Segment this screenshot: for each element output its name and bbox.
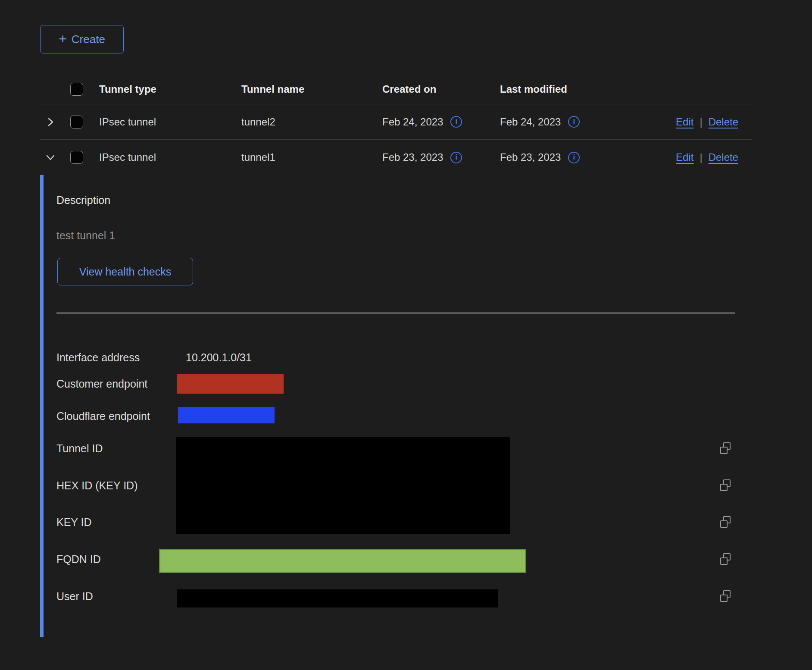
delete-link[interactable]: Delete — [709, 116, 738, 128]
info-icon[interactable]: i — [450, 116, 462, 128]
tunnel-type-value: IPsec tunnel — [99, 116, 241, 128]
fqdn-id-redacted-value — [159, 549, 526, 573]
tunnel-type-value: IPsec tunnel — [99, 151, 241, 163]
action-separator: | — [700, 151, 702, 163]
fqdn-id-label: FQDN ID — [56, 553, 101, 566]
chevron-right-icon[interactable] — [44, 116, 56, 128]
description-value: test tunnel 1 — [56, 229, 115, 242]
ids-redacted-value — [176, 437, 510, 534]
user-id-label: User ID — [56, 590, 93, 603]
copy-icon[interactable] — [719, 442, 732, 455]
tunnel-id-label: Tunnel ID — [56, 442, 103, 455]
last-modified-value: Feb 23, 2023 — [500, 151, 561, 163]
view-health-checks-button[interactable]: View health checks — [57, 258, 193, 285]
edit-link[interactable]: Edit — [676, 116, 693, 128]
hex-id-label: HEX ID (KEY ID) — [56, 479, 137, 492]
info-icon[interactable]: i — [568, 152, 580, 163]
copy-icon[interactable] — [719, 553, 732, 566]
header-tunnel-type: Tunnel type — [99, 83, 241, 96]
last-modified-value: Feb 24, 2023 — [500, 116, 561, 128]
header-tunnel-name: Tunnel name — [241, 83, 382, 96]
description-label: Description — [56, 194, 110, 207]
info-icon[interactable]: i — [450, 152, 462, 163]
row-checkbox[interactable] — [70, 151, 83, 164]
chevron-down-icon[interactable] — [44, 151, 56, 163]
copy-icon[interactable] — [719, 479, 732, 492]
interface-address-value: 10.200.1.0/31 — [186, 351, 252, 364]
ipsec-tunnels-page: + Create Tunnel type Tunnel name Created… — [0, 0, 812, 670]
cloudflare-endpoint-redacted-value — [178, 407, 275, 423]
select-all-checkbox[interactable] — [70, 83, 83, 96]
create-button-label: Create — [72, 33, 105, 46]
table-row-tunnel1: IPsec tunnel tunnel1 Feb 23, 2023 i Feb … — [40, 140, 752, 175]
created-on-value: Feb 23, 2023 — [382, 151, 443, 163]
interface-address-label: Interface address — [56, 351, 140, 364]
edit-link[interactable]: Edit — [676, 151, 693, 163]
copy-icon[interactable] — [719, 590, 732, 603]
tunnel-name-value: tunnel2 — [241, 116, 382, 128]
user-id-redacted-value — [177, 589, 498, 607]
row-checkbox[interactable] — [70, 116, 83, 128]
customer-endpoint-label: Customer endpoint — [56, 377, 147, 390]
table-header-row: Tunnel type Tunnel name Created on Last … — [40, 83, 752, 104]
delete-link[interactable]: Delete — [709, 151, 738, 163]
header-created-on: Created on — [382, 83, 500, 96]
key-id-label: KEY ID — [56, 516, 92, 529]
expanded-tunnel-details-panel: Description test tunnel 1 View health ch… — [40, 175, 752, 637]
action-separator: | — [700, 116, 702, 128]
created-on-value: Feb 24, 2023 — [382, 116, 443, 128]
info-icon[interactable]: i — [568, 116, 580, 128]
copy-icon[interactable] — [719, 516, 732, 529]
tunnel-name-value: tunnel1 — [241, 151, 382, 163]
cloudflare-endpoint-label: Cloudflare endpoint — [56, 410, 150, 423]
plus-icon: + — [59, 32, 67, 46]
customer-endpoint-redacted-value — [177, 374, 284, 394]
create-button[interactable]: + Create — [40, 25, 124, 53]
section-divider — [56, 313, 735, 313]
tunnels-table: Tunnel type Tunnel name Created on Last … — [40, 83, 752, 175]
table-row-tunnel2: IPsec tunnel tunnel2 Feb 24, 2023 i Feb … — [40, 104, 752, 140]
header-last-modified: Last modified — [500, 83, 621, 96]
